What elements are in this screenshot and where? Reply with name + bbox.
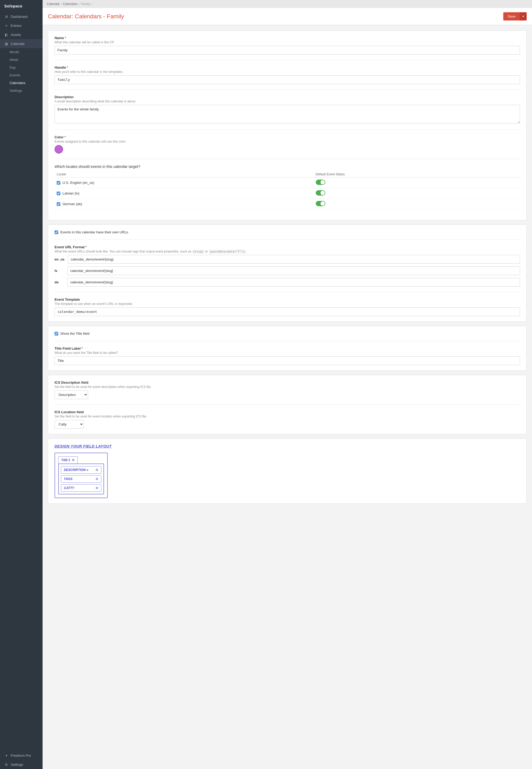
title-field-label-group: Title Field Label* What do you want the … (55, 346, 520, 365)
locale-check-en_us[interactable] (57, 181, 60, 185)
assets-icon: ◧ (4, 32, 9, 37)
handle-field-group: Handle* How you'll refer to this calenda… (55, 65, 520, 84)
layout-field-gear-description[interactable]: ⚙ (95, 468, 98, 472)
sidebar-item-freeform-pro[interactable]: ✦ Freeform Pro (0, 751, 43, 760)
layout-field-name-tags: TAGS (64, 477, 72, 481)
locale-checkbox-de[interactable]: German (de) (57, 202, 311, 206)
save-btn-group: Save ▾ (503, 12, 527, 20)
sidebar-item-settings[interactable]: ⚙ Settings (0, 760, 43, 769)
field-layout-card: DESIGN YOUR FIELD LAYOUT TAB 1 ⚙ DESCRIP… (48, 439, 527, 504)
url-input-de[interactable] (67, 278, 520, 286)
event-template-input[interactable] (55, 307, 520, 316)
sidebar-sub-calendars[interactable]: Calendars (0, 79, 43, 87)
name-input[interactable] (55, 46, 520, 55)
ics-card: ICS Description field Set the field to b… (48, 375, 527, 434)
sidebar-sub-day[interactable]: Day (0, 64, 43, 71)
url-format-row-lv: lv (55, 266, 520, 275)
ics-location-select[interactable]: Catty Location Venue (55, 420, 84, 429)
design-layout-link[interactable]: DESIGN YOUR FIELD LAYOUT (55, 444, 520, 449)
name-field-group: Name* What this calendar will be called … (55, 36, 520, 55)
sidebar-item-dashboard[interactable]: ⊞ Dashboard (0, 12, 43, 21)
color-label: Color* (55, 135, 520, 139)
ics-description-select[interactable]: Description Body Summary (55, 391, 88, 399)
description-input[interactable]: Events for the whole family. (55, 105, 520, 123)
show-title-checkbox-label[interactable]: Show the Title field (55, 331, 520, 335)
status-toggle-de[interactable] (316, 201, 325, 206)
handle-hint: How you'll refer to this calendar in the… (55, 70, 520, 74)
color-swatch[interactable] (55, 145, 63, 153)
urls-card: Events in this calendar have their own U… (48, 224, 527, 322)
ics-location-hint: Set the field to be used for event locat… (55, 415, 520, 418)
locale-check-de[interactable] (57, 202, 60, 206)
event-template-hint: The template to use when an event's URL … (55, 302, 520, 306)
layout-field-gear-catty[interactable]: ⚙ (95, 486, 98, 490)
save-dropdown-button[interactable]: ▾ (520, 12, 527, 20)
tab-body: DESCRIPTION ● ⚙ TAGS ⚙ CATTY ⚙ (58, 464, 104, 495)
breadcrumb: Calendar › Calendars › Family › (43, 0, 532, 8)
own-urls-checkbox-label[interactable]: Events in this calendar have their own U… (55, 230, 520, 234)
url-format-row-de: de (55, 278, 520, 286)
own-urls-checkbox[interactable] (55, 230, 58, 234)
url-input-lv[interactable] (67, 266, 520, 275)
show-title-checkbox[interactable] (55, 332, 58, 335)
ics-description-group: ICS Description field Set the field to b… (55, 380, 520, 399)
locale-row-lv: Latvian (lv) (55, 188, 520, 199)
event-url-format-label: Event URL Format* (55, 245, 520, 249)
title-field-label-hint: What do you want the Title field to be c… (55, 351, 520, 355)
sidebar-item-entries[interactable]: ≡ Entries (0, 21, 43, 30)
layout-field-tags: TAGS ⚙ (61, 475, 101, 483)
col-locale: Locale (55, 171, 314, 177)
sidebar-sub-week[interactable]: Week (0, 56, 43, 64)
url-locale-label-en_us: en_us (55, 257, 65, 261)
locale-row-en_us: U.S. English (en_us) (55, 177, 520, 188)
name-hint: What this calendar will be called in the… (55, 40, 520, 44)
save-button[interactable]: Save (503, 12, 520, 20)
layout-field-catty: CATTY ⚙ (61, 484, 101, 492)
page-title: Calendar: Calendars - Family (48, 13, 124, 20)
color-field-group: Color* Events assigned to this calendar … (55, 135, 520, 153)
color-hint: Events assigned to this calendar will us… (55, 140, 520, 143)
handle-input[interactable] (55, 75, 520, 84)
locale-row-de: German (de) (55, 199, 520, 209)
sidebar-item-assets[interactable]: ◧ Assets (0, 30, 43, 39)
locale-check-lv[interactable] (57, 192, 60, 195)
url-locale-label-de: de (55, 280, 64, 284)
description-label: Description (55, 95, 520, 99)
url-input-en_us[interactable] (68, 255, 520, 264)
sidebar-sub-settings[interactable]: Settings (0, 87, 43, 94)
sidebar-sub-events[interactable]: Events (0, 71, 43, 79)
entries-icon: ≡ (4, 23, 9, 28)
ics-description-label: ICS Description field (55, 380, 520, 384)
field-layout-container: TAB 1 ⚙ DESCRIPTION ● ⚙ TAGS ⚙ CATTY ⚙ (55, 453, 108, 498)
ics-location-group: ICS Location field Set the field to be u… (55, 410, 520, 429)
locale-label-lv: Latvian (lv) (63, 191, 80, 195)
gear-icon: ⚙ (4, 762, 9, 767)
sidebar: Solspace ⊞ Dashboard ≡ Entries ◧ Assets … (0, 0, 43, 769)
locales-table: Locale Default Event Status U.S. English… (55, 171, 520, 209)
sidebar-item-calendar[interactable]: ▦ Calendar (0, 39, 43, 48)
own-urls-group: Events in this calendar have their own U… (55, 230, 520, 234)
title-field-label-input[interactable] (55, 356, 520, 365)
ics-location-label: ICS Location field (55, 410, 520, 414)
description-field-group: Description A small description describi… (55, 95, 520, 124)
locale-checkbox-en_us[interactable]: U.S. English (en_us) (57, 181, 311, 185)
freeform-icon: ✦ (4, 753, 9, 758)
locale-checkbox-lv[interactable]: Latvian (lv) (57, 191, 311, 195)
tab-gear-icon[interactable]: ⚙ (72, 458, 75, 462)
locale-label-en_us: U.S. English (en_us) (63, 181, 94, 185)
layout-field-description: DESCRIPTION ● ⚙ (61, 466, 101, 474)
layout-field-gear-tags[interactable]: ⚙ (95, 477, 98, 481)
sidebar-sub-month[interactable]: Month (0, 48, 43, 56)
title-field-label-label: Title Field Label* (55, 346, 520, 350)
name-label: Name* (55, 36, 520, 40)
ics-description-hint: Set the field to be used for event descr… (55, 385, 520, 389)
content-area: Name* What this calendar will be called … (43, 25, 532, 769)
status-toggle-lv[interactable] (316, 190, 325, 195)
status-toggle-en_us[interactable] (316, 180, 325, 185)
title-card: Show the Title field Title Field Label* … (48, 326, 527, 371)
app-brand: Solspace (0, 0, 43, 12)
tab-header: TAB 1 ⚙ (58, 456, 78, 464)
breadcrumb-calendars[interactable]: Calendars (63, 2, 78, 6)
show-title-group: Show the Title field (55, 331, 520, 335)
breadcrumb-calendar[interactable]: Calendar (47, 2, 60, 6)
